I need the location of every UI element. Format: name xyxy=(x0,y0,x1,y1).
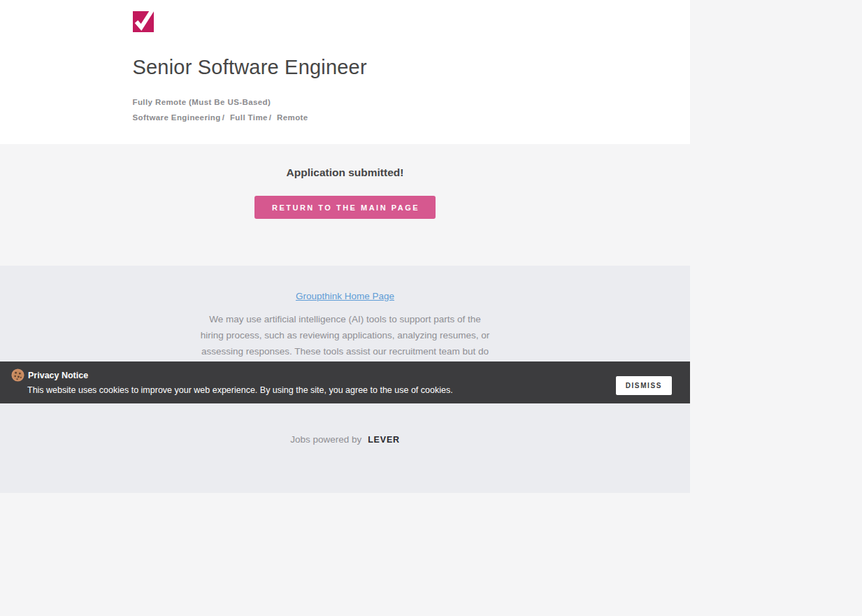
company-logo[interactable] xyxy=(133,0,155,35)
category-separator: / xyxy=(269,113,272,122)
ai-notice-line: assessing responses. These tools assist … xyxy=(0,343,690,359)
privacy-notice-banner: Privacy Notice This website uses cookies… xyxy=(0,361,690,403)
confirmation-section: Application submitted! RETURN TO THE MAI… xyxy=(0,144,690,266)
ai-notice-line: hiring process, such as reviewing applic… xyxy=(0,327,690,343)
cookie-icon xyxy=(11,368,24,382)
category-separator: / xyxy=(222,113,225,122)
privacy-notice-title: Privacy Notice xyxy=(28,371,88,380)
cookie-notice-text: This website uses cookies to improve you… xyxy=(27,385,679,395)
lever-logo[interactable]: LEVER xyxy=(368,435,400,445)
posting-categories: Software Engineering/ Full Time/ Remote xyxy=(133,113,558,122)
application-submitted-message: Application submitted! xyxy=(0,144,690,179)
category-team: Software Engineering xyxy=(133,113,221,122)
workplace-type-label: Fully Remote (Must Be US-Based) xyxy=(133,98,558,106)
main-column: Senior Software Engineer Fully Remote (M… xyxy=(0,0,690,616)
posting-header: Senior Software Engineer Fully Remote (M… xyxy=(0,0,690,144)
jobs-powered-by-row: Jobs powered by LEVER xyxy=(0,434,690,445)
category-commitment: Full Time xyxy=(230,113,268,122)
powered-by-label: Jobs powered by xyxy=(290,434,361,445)
page-title: Senior Software Engineer xyxy=(133,56,558,79)
checkmark-logo-icon xyxy=(133,8,155,32)
category-location: Remote xyxy=(277,113,308,122)
ai-usage-notice: We may use artificial intelligence (AI) … xyxy=(0,311,690,359)
dismiss-button[interactable]: DISMISS xyxy=(616,376,672,395)
company-home-page-link[interactable]: Groupthink Home Page xyxy=(296,291,394,301)
ai-notice-line: We may use artificial intelligence (AI) … xyxy=(0,311,690,327)
return-to-main-page-button[interactable]: RETURN TO THE MAIN PAGE xyxy=(254,196,436,219)
